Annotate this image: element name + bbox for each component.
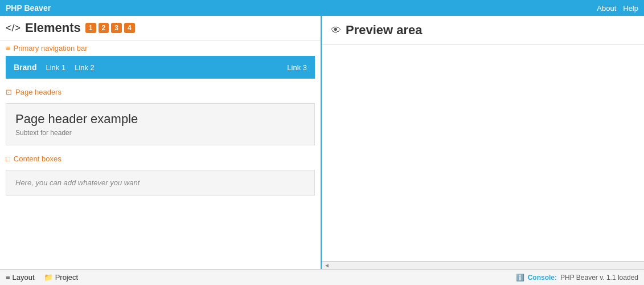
page-headers-icon: ⊡	[6, 88, 12, 96]
navbar-right: Link 3	[287, 63, 307, 72]
main-content: </> Elements 1 2 3 4 ≡ Primary navigatio…	[0, 16, 644, 269]
badge-3[interactable]: 3	[111, 23, 122, 33]
navbar-brand: Brand	[14, 63, 36, 72]
console-text: PHP Beaver v. 1.1 loaded	[560, 274, 638, 282]
elements-icon: </>	[6, 22, 20, 34]
badge-1[interactable]: 1	[85, 23, 96, 33]
page-header-title: Page header example	[15, 112, 305, 127]
content-boxes-label: Content boxes	[14, 154, 61, 163]
top-bar-links: About Help	[597, 4, 638, 13]
badge-4[interactable]: 4	[124, 23, 135, 33]
page-header-subtitle: Subtext for header	[15, 129, 305, 137]
layout-label: Layout	[13, 273, 35, 282]
navbar-preview: Brand Link 1 Link 2 Link 3	[6, 56, 315, 79]
page-headers-section-header[interactable]: ⊡ Page headers	[0, 84, 321, 100]
preview-header: 👁 Preview area	[322, 16, 644, 45]
left-panel: </> Elements 1 2 3 4 ≡ Primary navigatio…	[0, 16, 322, 269]
about-link[interactable]: About	[597, 4, 616, 13]
app-title: PHP Beaver	[6, 3, 51, 13]
page-header-preview: Page header example Subtext for header	[6, 103, 315, 145]
elements-header: </> Elements 1 2 3 4	[0, 16, 321, 40]
navbar-link1[interactable]: Link 1	[46, 63, 65, 72]
navbar-section-icon: ≡	[6, 44, 10, 52]
bottom-left: ≡ Layout 📁 Project	[6, 273, 78, 282]
top-bar: PHP Beaver About Help	[0, 0, 644, 16]
scrollbar-left-arrow[interactable]: ◄	[324, 262, 330, 268]
content-box-preview: Here, you can add whatever you want	[6, 170, 315, 196]
preview-title: Preview area	[346, 23, 423, 38]
content-box-text: Here, you can add whatever you want	[15, 178, 140, 187]
help-link[interactable]: Help	[623, 4, 638, 13]
page-headers-label: Page headers	[15, 88, 61, 96]
layout-link[interactable]: ≡ Layout	[6, 273, 35, 282]
navbar-link2[interactable]: Link 2	[75, 63, 95, 72]
navbar-section-label: Primary navigation bar	[14, 44, 88, 52]
preview-content-area	[322, 45, 644, 261]
badges-container: 1 2 3 4	[85, 23, 135, 33]
preview-eye-icon: 👁	[331, 25, 341, 36]
content-boxes-icon: □	[6, 154, 10, 163]
preview-scrollbar[interactable]: ◄	[322, 261, 644, 269]
project-label: Project	[55, 273, 78, 282]
navbar-link3[interactable]: Link 3	[287, 63, 307, 72]
project-icon: 📁	[44, 273, 53, 282]
right-panel: 👁 Preview area ◄	[322, 16, 644, 269]
project-link[interactable]: 📁 Project	[44, 273, 78, 282]
bottom-right: ℹ️ Console: PHP Beaver v. 1.1 loaded	[516, 274, 638, 282]
navbar-section-header[interactable]: ≡ Primary navigation bar	[0, 40, 321, 56]
elements-title: Elements	[25, 21, 81, 35]
layout-icon: ≡	[6, 273, 10, 282]
navbar-links: Link 1 Link 2	[46, 63, 287, 72]
console-label: Console:	[528, 274, 557, 282]
badge-2[interactable]: 2	[99, 23, 109, 33]
info-icon: ℹ️	[516, 274, 524, 282]
bottom-bar: ≡ Layout 📁 Project ℹ️ Console: PHP Beave…	[0, 269, 644, 285]
content-boxes-section-header[interactable]: □ Content boxes	[0, 151, 321, 166]
